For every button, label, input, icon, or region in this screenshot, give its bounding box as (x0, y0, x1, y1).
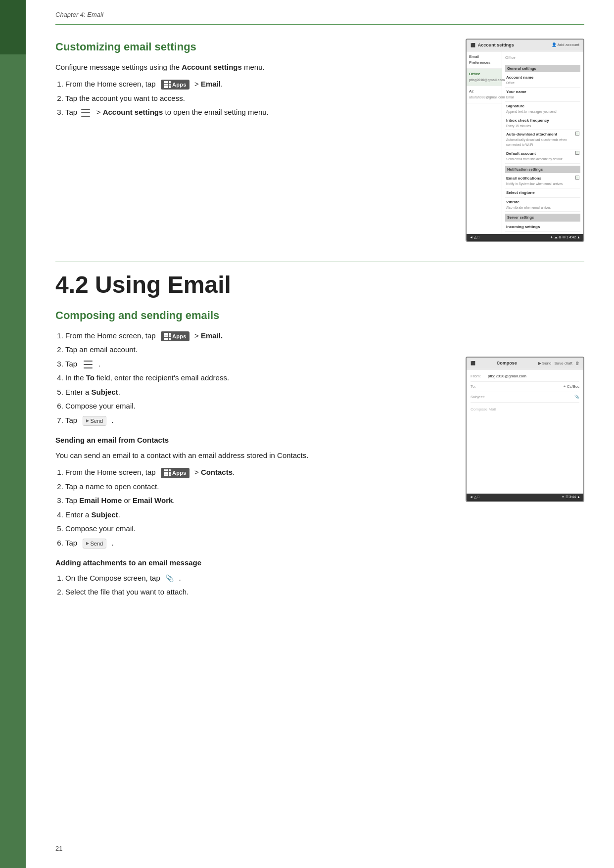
compose-body: From: ptbg2010@gmail.com To: + Cc/Bcc Su… (467, 369, 583, 494)
acct-office-label: Office (505, 53, 580, 63)
acct-status-bar: ◄ △ □ ✦ ☁ ⊕ ✉ 1 4:42 ▲ (467, 234, 583, 241)
compose-subject-field: Subject: 📎 (471, 392, 579, 403)
acct-row-inbox-freq: Inbox check frequency Every 15 minutes (505, 116, 580, 131)
section2-title: Composing and sending emails (55, 307, 451, 323)
section2-container: Composing and sending emails From the Ho… (55, 307, 584, 604)
bold-account-settings: Account settings (182, 63, 242, 71)
compose-ccbcc: + Cc/Bcc (564, 384, 579, 390)
compose-to-field: To: + Cc/Bcc (471, 382, 579, 392)
section1-step1: From the Home screen, tap Apps > Email. (65, 79, 451, 90)
subsection1-step5: Compose your email. (65, 523, 451, 535)
subsection1-step2: Tap a name to open contact. (65, 481, 451, 493)
to-bold: To (86, 373, 94, 382)
subsection2-step2: Select the file that you want to attach. (65, 587, 451, 598)
acct-checkbox-notif (575, 176, 579, 180)
email-bold-1: Email (201, 80, 221, 88)
acct-sidebar-az: Az aburah988@gmail.com (467, 86, 502, 103)
apps-button-2: Apps (161, 331, 189, 342)
acct-sidebar-office-email: ptbg2010@gmail.com (469, 78, 505, 82)
subject-bold-1: Subject (92, 388, 118, 396)
page-number: 21 (55, 844, 62, 854)
account-settings-bold: Account settings (103, 108, 163, 116)
section2-step1: From the Home screen, tap Apps > Email. (65, 330, 451, 342)
apps-grid-icon-3 (164, 469, 171, 476)
acct-general-header: General settings (505, 65, 580, 72)
acct-row-ringtone: Select ringtone (505, 188, 580, 198)
section1-step3: Tap > Account settings to open the email… (65, 107, 451, 118)
apps-button-1: Apps (161, 80, 189, 90)
acct-sidebar-az-email: aburah988@gmail.com (469, 95, 505, 99)
send-btn-inline-1: Send (83, 416, 107, 426)
section1-steps: From the Home screen, tap Apps > Email. … (65, 79, 451, 118)
acct-row-signature: Signature Append text to messages you se… (505, 102, 580, 116)
acct-add-account: 👤 Add account (552, 42, 579, 48)
subsection1-step6: Tap Send . (65, 538, 451, 549)
acct-sidebar-email-prefs: Email Preferences (467, 51, 502, 69)
compose-delete-icon: 🗑 (575, 361, 579, 366)
chapter-42-container: 4.2 Using Email (55, 272, 584, 298)
subsection2-steps: On the Compose screen, tap 📎 . Select th… (65, 573, 451, 598)
subsection1-step4: Enter a Subject. (65, 509, 451, 521)
section1-intro: Configure message settings using the Acc… (55, 62, 451, 73)
acct-header: ⬛ Account settings 👤 Add account (467, 40, 583, 52)
compose-save-draft: Save draft (555, 361, 572, 366)
acct-row-auto-dl: Auto-download attachment Automatically d… (505, 130, 580, 149)
compose-status-bar: ◄ △ □ ✦ ☰ 3:44 ▲ (467, 494, 583, 501)
compose-screenshot: ⬛ Compose ▶ Send Save draft 🗑 From: ptbg… (466, 357, 584, 604)
acct-screenshot: ⬛ Account settings 👤 Add account Email P… (466, 39, 584, 242)
section1-container: Customizing email settings Configure mes… (55, 39, 584, 242)
subsection1-intro: You can send an email to a contact with … (55, 450, 451, 461)
compose-clip-icon: 📎 (165, 573, 174, 584)
section2-text: Composing and sending emails From the Ho… (55, 307, 451, 604)
chapter-header-text: Chapter 4: Email (55, 11, 103, 18)
acct-sidebar-office: Office ptbg2010@gmail.com (467, 69, 502, 86)
section2-steps: From the Home screen, tap Apps > Email. … (65, 330, 451, 426)
section2-step5: Enter a Subject. (65, 387, 451, 398)
phone-screenshot-acct: ⬛ Account settings 👤 Add account Email P… (466, 39, 584, 242)
acct-row-email-notif: Email notifications Notify in System bar… (505, 174, 580, 188)
acct-sidebar: Email Preferences Office ptbg2010@gmail.… (467, 51, 502, 234)
section1-step2: Tap the account you want to access. (65, 93, 451, 104)
email-home-bold: Email Home (79, 496, 122, 504)
compose-from-label: From: (471, 373, 488, 379)
sidebar-accent (0, 0, 26, 868)
compose-area: Compose Mail (471, 403, 579, 492)
compose-to-label: To: (471, 384, 488, 390)
acct-row-yourname: Your name Email (505, 88, 580, 102)
compose-from-field: From: ptbg2010@gmail.com (471, 371, 579, 382)
subsection1-step3: Tap Email Home or Email Work. (65, 495, 451, 506)
subject-bold-2: Subject (92, 510, 118, 519)
compose-header-actions: ▶ Send Save draft 🗑 (538, 361, 579, 366)
apps-grid-icon-1 (164, 81, 171, 88)
chapter-header: Chapter 4: Email (55, 0, 584, 25)
section1-title: Customizing email settings (55, 39, 451, 55)
email-work-bold: Email Work (133, 496, 173, 504)
acct-header-title: ⬛ Account settings (471, 42, 514, 49)
section2-step6: Compose your email. (65, 401, 451, 412)
email-bold-2: Email. (201, 331, 223, 340)
compose-header-icon: ⬛ (471, 361, 475, 366)
acct-prefs-section: Email Preferences Office ptbg2010@gmail.… (467, 51, 583, 234)
subsection1-title: Sending an email from Contacts (55, 435, 451, 446)
section2-step3: Tap . (65, 359, 451, 370)
apps-button-3: Apps (161, 468, 189, 478)
compose-subject-label: Subject: (471, 394, 488, 400)
compose-header: ⬛ Compose ▶ Send Save draft 🗑 (467, 358, 583, 370)
compose-title: Compose (497, 360, 517, 367)
acct-row-name: Account name Office (505, 73, 580, 88)
subsection2-title: Adding attachments to an email message (55, 557, 451, 569)
subsection1-steps: From the Home screen, tap Apps > Contact… (65, 467, 451, 548)
section2-step7: Tap Send . (65, 415, 451, 426)
contacts-bold: Contacts (201, 468, 233, 476)
section2-step4: In the To field, enter the recipient's e… (65, 372, 451, 384)
sidebar-accent-top (0, 0, 26, 54)
acct-row-vibrate: Vibrate Also vibrate when email arrives (505, 198, 580, 212)
compose-from-value: ptbg2010@gmail.com (488, 373, 579, 379)
acct-checkbox-default (575, 151, 579, 155)
acct-main: Office General settings Account name Off… (502, 51, 583, 234)
apps-grid-icon-2 (164, 333, 171, 340)
subsection1-step1: From the Home screen, tap Apps > Contact… (65, 467, 451, 478)
acct-row-incoming: Incoming settings (505, 223, 580, 232)
phone-screenshot-compose: ⬛ Compose ▶ Send Save draft 🗑 From: ptbg… (466, 357, 584, 502)
acct-checkbox-auto-dl (575, 132, 579, 136)
